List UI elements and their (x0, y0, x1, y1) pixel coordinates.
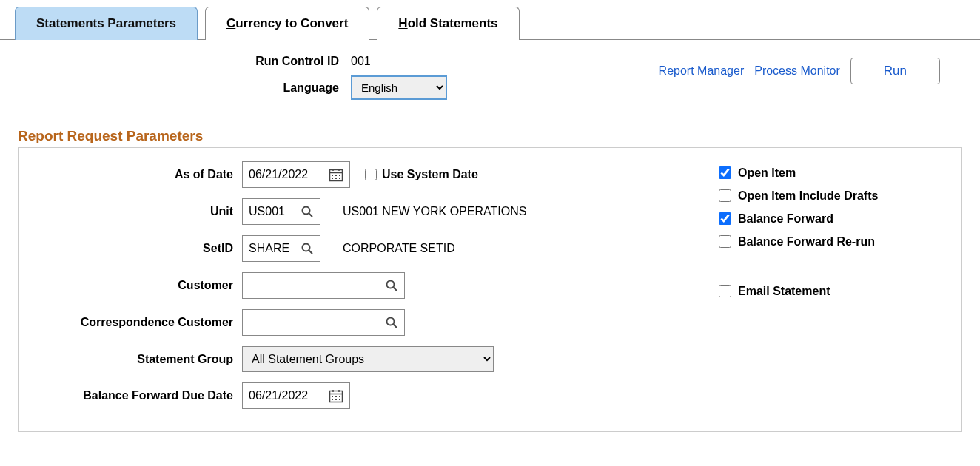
unit-description: US001 NEW YORK OPERATIONS (343, 205, 526, 218)
unit-label: Unit (27, 205, 242, 218)
correspondence-customer-field (242, 309, 405, 336)
process-monitor-link[interactable]: Process Monitor (754, 64, 840, 78)
report-request-panel: As of Date Use System Date Unit (18, 147, 962, 432)
svg-rect-25 (332, 399, 333, 400)
tab-currency-to-convert[interactable]: Currency to Convert (205, 7, 369, 40)
tab-statements-parameters[interactable]: Statements Parameters (15, 7, 198, 40)
open-item-checkbox[interactable] (719, 166, 731, 179)
svg-line-17 (394, 325, 397, 328)
tab-hotkey: H (398, 16, 407, 30)
open-item-include-drafts-label: Open Item Include Drafts (738, 189, 878, 203)
as-of-date-label: As of Date (27, 168, 242, 181)
balance-forward-label: Balance Forward (738, 212, 833, 226)
svg-rect-5 (335, 175, 337, 176)
svg-rect-7 (332, 178, 333, 179)
statement-group-label: Statement Group (27, 353, 242, 366)
svg-line-11 (309, 214, 313, 217)
svg-point-12 (303, 244, 310, 251)
svg-rect-4 (332, 175, 333, 176)
calendar-icon[interactable] (323, 385, 349, 406)
customer-field (242, 272, 405, 299)
run-control-id-value: 001 (351, 55, 371, 68)
lookup-icon[interactable] (379, 313, 404, 332)
run-control-id-label: Run Control ID (18, 55, 351, 68)
svg-point-14 (387, 281, 395, 288)
correspondence-customer-input[interactable] (243, 310, 379, 335)
tab-label: Statements Parameters (36, 16, 176, 30)
setid-input[interactable] (243, 236, 295, 261)
statement-group-select[interactable]: All Statement Groups (242, 346, 494, 372)
svg-rect-23 (335, 396, 337, 397)
setid-field (242, 235, 320, 262)
svg-line-15 (394, 288, 397, 291)
svg-rect-26 (335, 399, 337, 400)
unit-input[interactable] (243, 199, 295, 224)
balance-forward-due-date-label: Balance Forward Due Date (27, 389, 242, 402)
correspondence-customer-label: Correspondence Customer (27, 316, 242, 329)
language-label: Language (18, 81, 351, 95)
svg-rect-24 (339, 396, 340, 397)
svg-point-10 (303, 207, 310, 215)
open-item-include-drafts-checkbox[interactable] (719, 189, 731, 202)
customer-input[interactable] (243, 273, 379, 298)
svg-rect-27 (339, 399, 340, 400)
customer-label: Customer (27, 279, 242, 292)
tab-hotkey: C (226, 16, 235, 30)
balance-forward-rerun-checkbox[interactable] (719, 235, 731, 248)
setid-label: SetID (27, 242, 242, 255)
run-button[interactable]: Run (850, 58, 940, 84)
svg-rect-6 (339, 175, 340, 176)
balance-forward-checkbox[interactable] (719, 212, 731, 225)
as-of-date-input[interactable] (243, 162, 323, 187)
svg-rect-9 (339, 178, 340, 179)
tab-label: urrency to Convert (235, 16, 348, 30)
setid-description: CORPORATE SETID (343, 242, 455, 255)
tab-label: old Statements (408, 16, 498, 30)
lookup-icon[interactable] (379, 276, 404, 295)
svg-line-13 (309, 251, 313, 254)
unit-field (242, 198, 320, 225)
email-statement-label: Email Statement (738, 285, 830, 298)
language-select[interactable]: English (351, 75, 447, 100)
tab-bar: Statements Parameters Currency to Conver… (0, 0, 980, 40)
use-system-date-checkbox[interactable] (365, 169, 377, 180)
balance-forward-rerun-label: Balance Forward Re-run (738, 235, 875, 249)
svg-rect-8 (335, 178, 337, 179)
tab-hold-statements[interactable]: Hold Statements (377, 7, 519, 40)
lookup-icon[interactable] (295, 239, 320, 258)
open-item-label: Open Item (738, 166, 796, 180)
balance-forward-due-date-field (242, 382, 350, 409)
email-statement-checkbox[interactable] (719, 285, 731, 297)
svg-point-16 (387, 318, 395, 325)
use-system-date-label: Use System Date (382, 168, 478, 181)
lookup-icon[interactable] (295, 202, 320, 221)
section-title: Report Request Parameters (18, 128, 962, 144)
calendar-icon[interactable] (323, 164, 349, 185)
balance-forward-due-date-input[interactable] (243, 383, 323, 408)
report-manager-link[interactable]: Report Manager (659, 64, 745, 78)
as-of-date-field (242, 161, 350, 188)
svg-rect-22 (332, 396, 333, 397)
